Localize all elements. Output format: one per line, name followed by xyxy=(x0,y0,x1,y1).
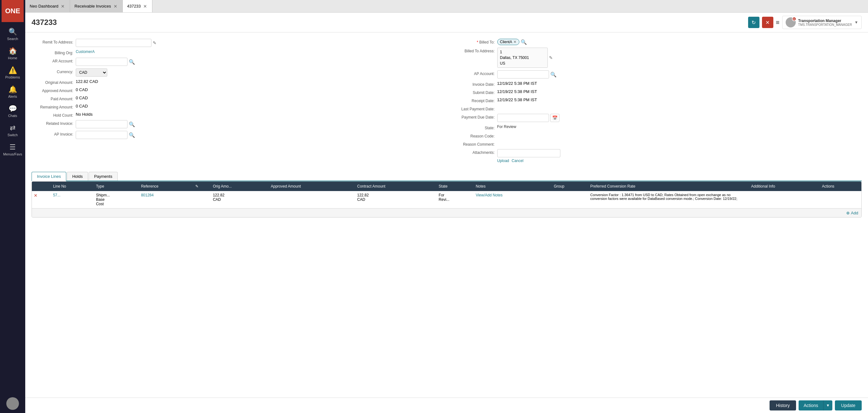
currency-label: Currency: xyxy=(32,68,76,74)
col-state: State xyxy=(437,182,474,191)
line-no-link[interactable]: 57... xyxy=(53,193,60,197)
add-row-button[interactable]: ⊕ Add xyxy=(846,211,858,215)
billed-to-search-icon[interactable]: 🔍 xyxy=(521,39,527,45)
user-dropdown-arrow[interactable]: ▼ xyxy=(855,20,858,25)
receipt-date-text: 12/19/22 5:38 PM IST xyxy=(497,97,537,102)
hold-count-value: No Holds xyxy=(76,112,440,117)
actions-cell xyxy=(820,191,861,208)
related-invoice-row: Related Invoice: 🔍 xyxy=(32,120,440,128)
original-amount-value: 122.82 CAD xyxy=(76,79,440,84)
ap-invoice-search-icon[interactable]: 🔍 xyxy=(129,132,135,138)
calendar-icon[interactable]: 📅 xyxy=(550,114,559,122)
tab-payments[interactable]: Payments xyxy=(89,172,118,181)
remaining-amount-text: 0 CAD xyxy=(76,104,88,108)
related-invoice-search-icon[interactable]: 🔍 xyxy=(129,122,135,127)
tab-close-button[interactable]: ✕ xyxy=(143,4,148,9)
menu-button[interactable]: ≡ xyxy=(776,19,780,26)
tab-receivable-invoices[interactable]: Receivable Invoices ✕ xyxy=(70,0,123,12)
last-payment-date-label: Last Payment Date: xyxy=(453,106,497,111)
sidebar-item-chats[interactable]: 💬 Chats xyxy=(0,102,25,121)
tab-close-button[interactable]: ✕ xyxy=(60,4,65,9)
tab-bar: Neo Dashboard ✕ Receivable Invoices ✕ 43… xyxy=(25,0,868,12)
tab-close-button[interactable]: ✕ xyxy=(113,4,118,9)
tab-invoice-437233[interactable]: 437233 ✕ xyxy=(123,0,152,12)
reason-code-label: Reason Code: xyxy=(453,133,497,138)
tab-label: Receivable Invoices xyxy=(74,4,111,8)
col-group: Group xyxy=(552,182,588,191)
paid-amount-text: 0 CAD xyxy=(76,96,88,100)
col-approved-amount: Approved Amount xyxy=(269,182,355,191)
sidebar-item-label: Home xyxy=(8,56,17,60)
bottom-bar: History Actions ▼ Update xyxy=(25,398,868,413)
sidebar-item-label: Switch xyxy=(7,133,18,137)
col-contract-amount: Contract Amount xyxy=(355,182,437,191)
billing-org-link[interactable]: CustomerA xyxy=(76,49,95,54)
user-badge: ★ xyxy=(792,17,796,21)
ap-account-label: AP Account: xyxy=(453,70,497,76)
tab-neo-dashboard[interactable]: Neo Dashboard ✕ xyxy=(25,0,70,12)
actions-dropdown-button[interactable]: ▼ xyxy=(823,401,832,411)
tab-invoice-lines[interactable]: Invoice Lines xyxy=(32,172,66,181)
ar-account-value: 🔍 xyxy=(76,58,440,66)
currency-select[interactable]: CAD USD EUR xyxy=(76,68,107,77)
refresh-button[interactable]: ↻ xyxy=(748,17,760,28)
avatar: ★ xyxy=(786,18,796,27)
ap-invoice-input[interactable] xyxy=(76,131,127,139)
main-area: Neo Dashboard ✕ Receivable Invoices ✕ 43… xyxy=(25,0,868,413)
sidebar-item-menus[interactable]: ☰ Menus/Favs xyxy=(0,140,25,159)
invoice-date-value: 12/19/22 5:38 PM IST xyxy=(497,81,862,86)
sidebar-item-label: Menus/Favs xyxy=(3,152,22,156)
col-orig-amount: Orig Amo... xyxy=(211,182,269,191)
state-row: State: For Review xyxy=(453,125,862,130)
billed-to-chip: ClientA ✕ xyxy=(497,39,520,45)
billed-to-label: Billed To: xyxy=(453,39,497,44)
sidebar-item-label: Search xyxy=(7,37,18,41)
cancel-link[interactable]: Cancel xyxy=(512,159,523,163)
delete-row-button[interactable]: ✕ xyxy=(34,193,37,198)
form-left: Remit To Address: ✎ Billing Org: Custome… xyxy=(32,39,440,166)
ap-account-input[interactable] xyxy=(497,70,549,78)
app-logo: ONE xyxy=(2,0,24,22)
state-value: For Review xyxy=(497,125,862,129)
tab-holds[interactable]: Holds xyxy=(67,172,88,181)
upload-link[interactable]: Upload xyxy=(497,159,509,163)
update-button[interactable]: Update xyxy=(835,401,862,411)
related-invoice-value: 🔍 xyxy=(76,120,440,128)
close-page-button[interactable]: ✕ xyxy=(762,17,773,28)
hold-count-label: Hold Count: xyxy=(32,112,76,117)
billed-to-address-edit-icon[interactable]: ✎ xyxy=(549,55,553,60)
view-add-notes-link[interactable]: View/Add Notes xyxy=(476,193,503,197)
sidebar-item-alerts[interactable]: 🔔 Alerts xyxy=(0,82,25,102)
ap-invoice-label: AP Invoice: xyxy=(32,131,76,137)
billed-to-chip-close[interactable]: ✕ xyxy=(514,40,517,44)
state-text: For Review xyxy=(497,125,517,129)
remit-address-input[interactable] xyxy=(76,39,151,47)
user-avatar-sidebar[interactable] xyxy=(6,397,19,410)
history-button[interactable]: History xyxy=(770,401,796,411)
sidebar-item-home[interactable]: 🏠 Home xyxy=(0,44,25,63)
reference-link[interactable]: 801284 xyxy=(141,193,154,197)
paid-amount-row: Paid Amount: 0 CAD xyxy=(32,96,440,101)
ar-account-label: AR Account: xyxy=(32,58,76,63)
original-amount-row: Original Amount: 122.82 CAD xyxy=(32,79,440,85)
actions-button[interactable]: Actions xyxy=(799,401,823,411)
related-invoice-input[interactable] xyxy=(76,120,127,128)
table-row: ✕ 57... Shipm...BaseCost 801284 122.82CA… xyxy=(32,191,861,208)
remaining-amount-label: Remaining Amount: xyxy=(32,104,76,109)
col-line-no: Line No xyxy=(51,182,94,191)
submit-date-label: Submit Date: xyxy=(453,89,497,95)
ar-account-input[interactable] xyxy=(76,58,127,66)
reason-comment-row: Reason Comment: xyxy=(453,141,862,147)
payment-due-date-input[interactable] xyxy=(497,114,549,122)
user-name: Transportation Manager xyxy=(798,19,852,23)
billing-org-row: Billing Org: CustomerA xyxy=(32,49,440,55)
ap-account-search-icon[interactable]: 🔍 xyxy=(550,72,557,77)
sidebar-item-problems[interactable]: ⚠️ Problems xyxy=(0,63,25,82)
sidebar-item-search[interactable]: 🔍 Search xyxy=(0,25,25,44)
currency-row: Currency: CAD USD EUR xyxy=(32,68,440,77)
sidebar-item-switch[interactable]: ⇄ Switch xyxy=(0,121,25,140)
remit-address-edit-icon[interactable]: ✎ xyxy=(153,40,156,45)
ar-account-search-icon[interactable]: 🔍 xyxy=(129,59,135,65)
menu-icon: ☰ xyxy=(9,143,16,151)
attachments-input[interactable] xyxy=(497,149,560,157)
